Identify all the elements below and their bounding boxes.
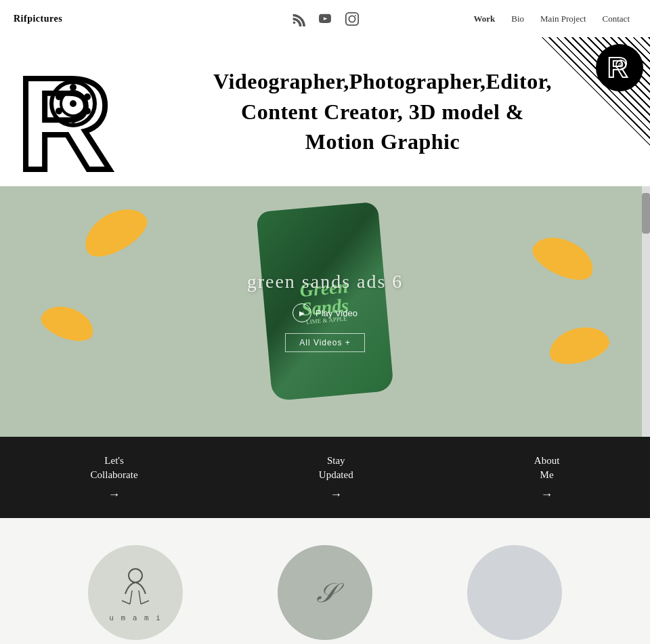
footer-collaborate-arrow: → — [108, 488, 121, 502]
client-stive-logo — [467, 545, 562, 640]
svg-point-0 — [293, 21, 296, 24]
svg-point-12 — [56, 108, 62, 114]
nav-bio[interactable]: Bio — [511, 14, 524, 24]
svg-point-2 — [349, 16, 355, 22]
svg-point-13 — [84, 108, 91, 114]
scrollbar[interactable] — [642, 186, 650, 437]
logo-area: R — [0, 51, 135, 173]
instagram-icon[interactable] — [344, 11, 360, 27]
social-icons — [290, 11, 360, 27]
play-button[interactable]: ▶ Play Video — [292, 303, 358, 322]
svg-point-19 — [620, 68, 622, 70]
client-umami-logo: u m a m i — [88, 545, 183, 640]
client-savana: 𝒮 Savana Organic — [257, 545, 393, 644]
footer-about-me-arrow: → — [541, 488, 553, 502]
svg-point-24 — [129, 569, 142, 582]
footer-collaborate-title: Let's Collaborate — [91, 454, 138, 482]
footer-about-me-title: About Me — [534, 454, 560, 482]
svg-point-23 — [624, 66, 626, 68]
video-title: green sands ads 6 — [247, 271, 404, 293]
svg-point-9 — [70, 116, 77, 123]
nav-contact[interactable]: Contact — [603, 14, 630, 24]
svg-point-17 — [620, 64, 622, 66]
all-videos-button[interactable]: All Videos + — [285, 333, 365, 352]
svg-point-7 — [70, 100, 77, 107]
corner-logo: R — [596, 44, 643, 91]
rss-icon[interactable] — [290, 11, 306, 27]
scrollbar-thumb[interactable] — [642, 193, 650, 234]
brand-name: Rifpictures — [14, 14, 62, 24]
svg-point-20 — [615, 62, 617, 64]
svg-rect-1 — [346, 12, 358, 24]
play-icon: ▶ — [292, 303, 311, 322]
svg-point-22 — [615, 66, 617, 68]
svg-point-18 — [620, 60, 622, 61]
header: Rifpictures Work Bio Main P — [0, 0, 650, 37]
svg-point-8 — [70, 84, 77, 91]
footer-stay-updated[interactable]: Stay Updated → — [319, 454, 353, 502]
nav-main-project[interactable]: Main Project — [540, 14, 586, 24]
clients-section: u m a m i Umami 𝒮 Savana Organic Stivean… — [0, 518, 650, 644]
footer-about-me[interactable]: About Me → — [534, 454, 560, 502]
brand-logo: R — [14, 51, 122, 173]
svg-point-3 — [355, 15, 356, 16]
hero-section: R Videographer,Photographer,Editor, Cont… — [0, 37, 650, 186]
main-nav: Work Bio Main Project Contact — [473, 14, 630, 24]
client-savana-logo: 𝒮 — [278, 545, 372, 640]
client-stive: Stiveandrean — [447, 545, 582, 644]
footer-stay-updated-title: Stay Updated — [319, 454, 353, 482]
video-overlay: green sands ads 6 ▶ Play Video All Video… — [0, 186, 650, 437]
footer-stay-updated-arrow: → — [330, 488, 342, 502]
video-section: GreenSands LIME & APPLE green sands ads … — [0, 186, 650, 437]
footer-cta: Let's Collaborate → Stay Updated → About… — [0, 437, 650, 518]
client-umami: u m a m i Umami — [68, 545, 203, 644]
nav-work[interactable]: Work — [473, 14, 495, 24]
youtube-icon[interactable] — [317, 11, 333, 27]
svg-point-10 — [56, 93, 62, 100]
svg-point-11 — [84, 93, 91, 100]
corner-badge: R — [542, 37, 650, 146]
svg-point-21 — [624, 62, 626, 64]
footer-collaborate[interactable]: Let's Collaborate → — [91, 454, 138, 502]
